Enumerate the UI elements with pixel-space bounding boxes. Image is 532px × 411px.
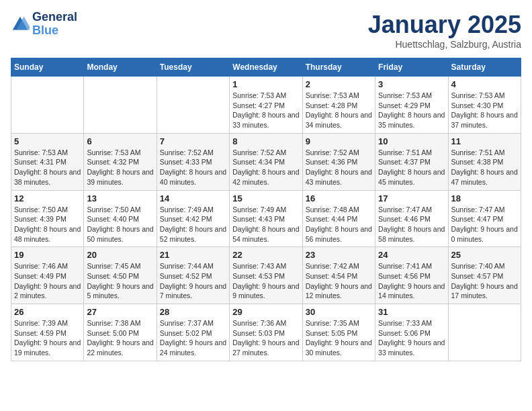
day-info: Sunrise: 7:35 AMSunset: 5:05 PMDaylight:… (306, 318, 372, 358)
day-info: Sunrise: 7:53 AMSunset: 4:29 PMDaylight:… (378, 91, 445, 130)
calendar-cell: 12Sunrise: 7:50 AMSunset: 4:39 PMDayligh… (11, 190, 84, 247)
calendar-header: SundayMondayTuesdayWednesdayThursdayFrid… (11, 58, 521, 77)
day-number: 5 (14, 136, 81, 146)
calendar-week-row: 1Sunrise: 7:53 AMSunset: 4:27 PMDaylight… (11, 77, 521, 134)
day-info: Sunrise: 7:49 AMSunset: 4:43 PMDaylight:… (232, 205, 299, 244)
day-info: Sunrise: 7:37 AMSunset: 5:02 PMDaylight:… (160, 318, 226, 358)
day-info: Sunrise: 7:53 AMSunset: 4:32 PMDaylight:… (87, 148, 153, 187)
weekday-header-saturday: Saturday (448, 58, 521, 77)
day-number: 20 (87, 250, 153, 260)
day-info: Sunrise: 7:52 AMSunset: 4:36 PMDaylight:… (306, 148, 372, 187)
calendar-cell: 11Sunrise: 7:51 AMSunset: 4:38 PMDayligh… (448, 133, 521, 190)
day-number: 19 (14, 250, 81, 260)
calendar-cell: 10Sunrise: 7:51 AMSunset: 4:37 PMDayligh… (375, 133, 448, 190)
calendar-cell: 14Sunrise: 7:49 AMSunset: 4:42 PMDayligh… (157, 190, 229, 247)
logo-line2: Blue (32, 24, 77, 38)
calendar-cell: 27Sunrise: 7:38 AMSunset: 5:00 PMDayligh… (84, 304, 157, 361)
calendar-cell (11, 77, 84, 134)
day-number: 2 (306, 79, 372, 89)
day-number: 21 (160, 250, 226, 260)
day-info: Sunrise: 7:42 AMSunset: 4:54 PMDaylight:… (306, 261, 372, 301)
day-info: Sunrise: 7:38 AMSunset: 5:00 PMDaylight:… (87, 318, 153, 358)
day-number: 12 (14, 193, 81, 203)
calendar-cell: 20Sunrise: 7:45 AMSunset: 4:50 PMDayligh… (84, 247, 157, 304)
calendar-cell: 24Sunrise: 7:41 AMSunset: 4:56 PMDayligh… (375, 247, 448, 304)
day-info: Sunrise: 7:49 AMSunset: 4:42 PMDaylight:… (160, 205, 226, 244)
day-number: 7 (160, 136, 226, 146)
day-number: 8 (232, 136, 299, 146)
day-number: 3 (378, 79, 445, 89)
weekday-header-tuesday: Tuesday (157, 58, 229, 77)
logo-line1: General (32, 11, 77, 24)
day-info: Sunrise: 7:53 AMSunset: 4:27 PMDaylight:… (232, 91, 299, 130)
day-number: 11 (451, 136, 518, 146)
day-info: Sunrise: 7:43 AMSunset: 4:53 PMDaylight:… (232, 261, 299, 301)
logo-icon (11, 15, 30, 34)
day-info: Sunrise: 7:46 AMSunset: 4:49 PMDaylight:… (14, 261, 81, 301)
day-number: 28 (160, 307, 226, 317)
calendar-cell: 13Sunrise: 7:50 AMSunset: 4:40 PMDayligh… (84, 190, 157, 247)
calendar-table: SundayMondayTuesdayWednesdayThursdayFrid… (11, 58, 521, 361)
day-info: Sunrise: 7:50 AMSunset: 4:40 PMDaylight:… (87, 205, 153, 244)
day-number: 16 (306, 193, 372, 203)
calendar-cell: 16Sunrise: 7:48 AMSunset: 4:44 PMDayligh… (302, 190, 375, 247)
day-number: 18 (451, 193, 518, 203)
calendar-cell: 31Sunrise: 7:33 AMSunset: 5:06 PMDayligh… (375, 304, 448, 361)
day-info: Sunrise: 7:44 AMSunset: 4:52 PMDaylight:… (160, 261, 226, 301)
day-number: 13 (87, 193, 153, 203)
calendar-body: 1Sunrise: 7:53 AMSunset: 4:27 PMDaylight… (11, 77, 521, 361)
calendar-week-row: 19Sunrise: 7:46 AMSunset: 4:49 PMDayligh… (11, 247, 521, 304)
calendar-cell: 3Sunrise: 7:53 AMSunset: 4:29 PMDaylight… (375, 77, 448, 134)
calendar-cell: 21Sunrise: 7:44 AMSunset: 4:52 PMDayligh… (157, 247, 229, 304)
calendar-cell (157, 77, 229, 134)
day-number: 25 (451, 250, 518, 260)
calendar-cell: 15Sunrise: 7:49 AMSunset: 4:43 PMDayligh… (230, 190, 302, 247)
day-number: 26 (14, 307, 81, 317)
day-info: Sunrise: 7:33 AMSunset: 5:06 PMDaylight:… (378, 318, 445, 358)
weekday-header-monday: Monday (84, 58, 157, 77)
day-info: Sunrise: 7:53 AMSunset: 4:31 PMDaylight:… (14, 148, 81, 187)
weekday-header-thursday: Thursday (302, 58, 375, 77)
day-info: Sunrise: 7:53 AMSunset: 4:30 PMDaylight:… (451, 91, 518, 130)
calendar-cell: 18Sunrise: 7:47 AMSunset: 4:47 PMDayligh… (448, 190, 521, 247)
day-info: Sunrise: 7:51 AMSunset: 4:38 PMDaylight:… (451, 148, 518, 187)
day-info: Sunrise: 7:36 AMSunset: 5:03 PMDaylight:… (232, 318, 299, 358)
calendar-cell: 9Sunrise: 7:52 AMSunset: 4:36 PMDaylight… (302, 133, 375, 190)
calendar-cell: 4Sunrise: 7:53 AMSunset: 4:30 PMDaylight… (448, 77, 521, 134)
calendar-cell: 30Sunrise: 7:35 AMSunset: 5:05 PMDayligh… (302, 304, 375, 361)
day-number: 9 (306, 136, 372, 146)
day-info: Sunrise: 7:53 AMSunset: 4:28 PMDaylight:… (306, 91, 372, 130)
calendar-cell: 1Sunrise: 7:53 AMSunset: 4:27 PMDaylight… (230, 77, 302, 134)
weekday-header-sunday: Sunday (11, 58, 84, 77)
day-number: 4 (451, 79, 518, 89)
page-header: General Blue January 2025 Huettschlag, S… (11, 11, 521, 50)
calendar-cell: 7Sunrise: 7:52 AMSunset: 4:33 PMDaylight… (157, 133, 229, 190)
weekday-header-friday: Friday (375, 58, 448, 77)
calendar-cell: 17Sunrise: 7:47 AMSunset: 4:46 PMDayligh… (375, 190, 448, 247)
day-info: Sunrise: 7:48 AMSunset: 4:44 PMDaylight:… (306, 205, 372, 244)
month-title: January 2025 (368, 11, 521, 39)
calendar-cell: 6Sunrise: 7:53 AMSunset: 4:32 PMDaylight… (84, 133, 157, 190)
day-number: 1 (232, 79, 299, 89)
day-number: 22 (232, 250, 299, 260)
weekday-header-wednesday: Wednesday (230, 58, 302, 77)
calendar-week-row: 26Sunrise: 7:39 AMSunset: 4:59 PMDayligh… (11, 304, 521, 361)
title-block: January 2025 Huettschlag, Salzburg, Aust… (368, 11, 521, 50)
day-info: Sunrise: 7:52 AMSunset: 4:33 PMDaylight:… (160, 148, 226, 187)
location-subtitle: Huettschlag, Salzburg, Austria (368, 39, 521, 50)
calendar-cell: 26Sunrise: 7:39 AMSunset: 4:59 PMDayligh… (11, 304, 84, 361)
day-info: Sunrise: 7:47 AMSunset: 4:47 PMDaylight:… (451, 205, 518, 244)
day-number: 29 (232, 307, 299, 317)
calendar-cell: 5Sunrise: 7:53 AMSunset: 4:31 PMDaylight… (11, 133, 84, 190)
day-info: Sunrise: 7:52 AMSunset: 4:34 PMDaylight:… (232, 148, 299, 187)
day-number: 27 (87, 307, 153, 317)
day-info: Sunrise: 7:41 AMSunset: 4:56 PMDaylight:… (378, 261, 445, 301)
logo: General Blue (11, 11, 77, 38)
day-info: Sunrise: 7:39 AMSunset: 4:59 PMDaylight:… (14, 318, 81, 358)
logo-text: General Blue (32, 11, 77, 38)
calendar-cell: 8Sunrise: 7:52 AMSunset: 4:34 PMDaylight… (230, 133, 302, 190)
calendar-week-row: 12Sunrise: 7:50 AMSunset: 4:39 PMDayligh… (11, 190, 521, 247)
day-number: 24 (378, 250, 445, 260)
day-number: 15 (232, 193, 299, 203)
calendar-cell: 19Sunrise: 7:46 AMSunset: 4:49 PMDayligh… (11, 247, 84, 304)
